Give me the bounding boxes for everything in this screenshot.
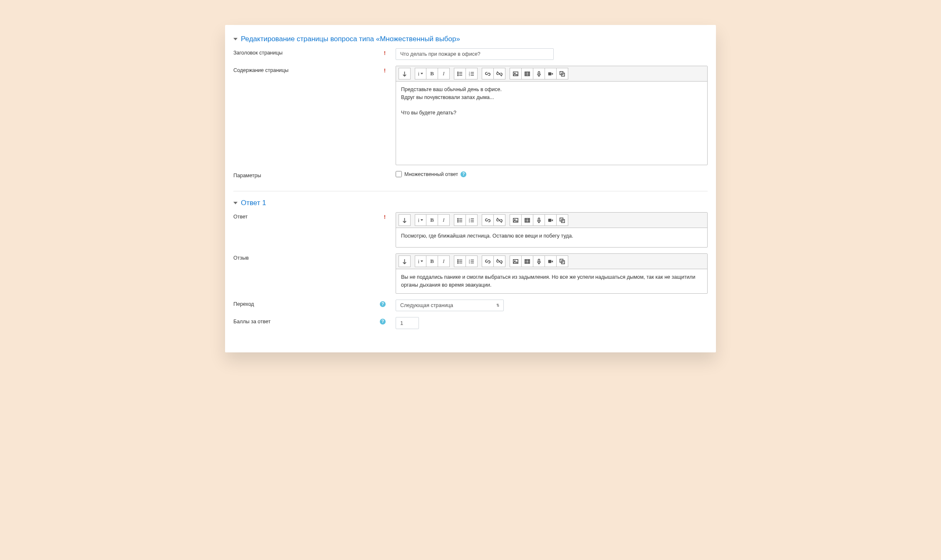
- help-icon[interactable]: ?: [461, 171, 466, 177]
- svg-point-1: [458, 73, 458, 74]
- toolbar-paragraph-button[interactable]: i: [415, 255, 426, 267]
- toolbar-mic-button[interactable]: [533, 68, 545, 79]
- toolbar-mic-button[interactable]: [533, 255, 545, 267]
- toolbar-video-button[interactable]: [545, 214, 557, 226]
- toolbar-manage-button[interactable]: [557, 214, 568, 226]
- svg-text:3: 3: [469, 221, 470, 223]
- svg-rect-19: [513, 218, 518, 222]
- toolbar-link-button[interactable]: [482, 214, 494, 226]
- row-score: Баллы за ответ ?: [233, 315, 708, 333]
- svg-rect-34: [525, 259, 530, 263]
- multi-answer-field[interactable]: Множественный ответ ?: [396, 171, 708, 177]
- toolbar-image-button[interactable]: [510, 68, 522, 79]
- divider: [233, 191, 708, 191]
- svg-rect-32: [513, 259, 518, 263]
- caret-down-icon: [233, 38, 238, 40]
- jump-label: Переход: [233, 301, 254, 307]
- page-title-label: Заголовок страницы: [233, 50, 282, 56]
- row-feedback: Отзыв i B I 123: [233, 252, 708, 298]
- toolbar-media-button[interactable]: [522, 255, 533, 267]
- toolbar-unlink-button[interactable]: [494, 255, 505, 267]
- toolbar-link-button[interactable]: [482, 68, 494, 79]
- toolbar-ol-button[interactable]: 123: [466, 68, 478, 79]
- section-answer1-toggle[interactable]: Ответ 1: [233, 199, 708, 207]
- options-label: Параметры: [233, 173, 261, 178]
- toolbar-paragraph-button[interactable]: i: [415, 214, 426, 226]
- page-content-textarea[interactable]: Представьте ваш обычный день в офисе. Вд…: [396, 82, 707, 165]
- toolbar-ul-button[interactable]: [454, 214, 466, 226]
- section-question-title: Редактирование страницы вопроса типа «Мн…: [241, 35, 460, 43]
- section-answer1-title: Ответ 1: [241, 199, 266, 207]
- toolbar-italic-button[interactable]: I: [438, 68, 450, 79]
- feedback-textarea[interactable]: Вы не поддались панике и смогли выбратьс…: [396, 269, 707, 293]
- toolbar-manage-button[interactable]: [557, 255, 568, 267]
- multi-answer-checkbox[interactable]: [396, 171, 402, 177]
- multi-answer-label: Множественный ответ: [404, 171, 458, 177]
- toolbar-expand-button[interactable]: [399, 214, 411, 226]
- toolbar-media-button[interactable]: [522, 68, 533, 79]
- toolbar-bold-button[interactable]: B: [426, 68, 438, 79]
- page-title-input[interactable]: [396, 48, 554, 60]
- svg-rect-22: [538, 218, 540, 221]
- row-page-title: Заголовок страницы !: [233, 47, 708, 64]
- feedback-label: Отзыв: [233, 255, 249, 261]
- editor-toolbar: i B I 123: [396, 254, 707, 269]
- svg-rect-21: [525, 218, 530, 222]
- svg-rect-10: [548, 72, 552, 75]
- svg-point-28: [458, 263, 458, 263]
- svg-point-2: [458, 75, 458, 76]
- section-question-toggle[interactable]: Редактирование страницы вопроса типа «Мн…: [233, 35, 708, 43]
- toolbar-italic-button[interactable]: I: [438, 214, 450, 226]
- toolbar-italic-button[interactable]: I: [438, 255, 450, 267]
- toolbar-unlink-button[interactable]: [494, 214, 505, 226]
- toolbar-ul-button[interactable]: [454, 68, 466, 79]
- toolbar-manage-button[interactable]: [557, 68, 568, 79]
- score-input[interactable]: [396, 317, 419, 329]
- toolbar-video-button[interactable]: [545, 255, 557, 267]
- answer-textarea[interactable]: Посмотрю, где ближайшая лестница. Оставл…: [396, 228, 707, 247]
- toolbar-unlink-button[interactable]: [494, 68, 505, 79]
- svg-point-26: [458, 259, 458, 260]
- svg-point-0: [458, 72, 458, 72]
- svg-rect-23: [548, 218, 552, 222]
- form-card: Редактирование страницы вопроса типа «Мн…: [225, 25, 716, 352]
- toolbar-image-button[interactable]: [510, 255, 522, 267]
- toolbar-link-button[interactable]: [482, 255, 494, 267]
- required-icon: !: [384, 214, 386, 220]
- toolbar-media-button[interactable]: [522, 214, 533, 226]
- svg-rect-9: [538, 71, 540, 74]
- section-question: Редактирование страницы вопроса типа «Мн…: [225, 31, 716, 188]
- toolbar-mic-button[interactable]: [533, 214, 545, 226]
- svg-point-15: [458, 221, 458, 222]
- help-icon[interactable]: ?: [380, 301, 386, 307]
- toolbar-image-button[interactable]: [510, 214, 522, 226]
- toolbar-ul-button[interactable]: [454, 255, 466, 267]
- toolbar-ol-button[interactable]: 123: [466, 255, 478, 267]
- toolbar-expand-button[interactable]: [399, 255, 411, 267]
- feedback-editor: i B I 123: [396, 253, 708, 294]
- row-options: Параметры Множественный ответ ?: [233, 169, 708, 183]
- editor-toolbar: i B I 123: [396, 66, 707, 82]
- toolbar-paragraph-button[interactable]: i: [415, 68, 426, 79]
- answer-editor: i B I 123: [396, 212, 708, 248]
- svg-point-14: [458, 220, 458, 221]
- svg-rect-6: [513, 72, 518, 75]
- svg-point-13: [458, 218, 458, 219]
- toolbar-bold-button[interactable]: B: [426, 214, 438, 226]
- section-answer1: Ответ 1 Ответ ! i B I: [225, 195, 716, 338]
- row-jump: Переход ? Следующая страница: [233, 298, 708, 315]
- svg-rect-8: [525, 72, 530, 75]
- jump-select[interactable]: Следующая страница: [396, 300, 504, 311]
- page-content-editor: i B I 123: [396, 66, 708, 165]
- editor-toolbar: i B I 123: [396, 213, 707, 228]
- svg-text:3: 3: [469, 74, 470, 77]
- score-label: Баллы за ответ: [233, 319, 271, 325]
- caret-down-icon: [233, 202, 238, 204]
- toolbar-video-button[interactable]: [545, 68, 557, 79]
- toolbar-ol-button[interactable]: 123: [466, 214, 478, 226]
- svg-point-27: [458, 261, 458, 262]
- toolbar-bold-button[interactable]: B: [426, 255, 438, 267]
- toolbar-expand-button[interactable]: [399, 68, 411, 79]
- required-icon: !: [384, 67, 386, 74]
- help-icon[interactable]: ?: [380, 319, 386, 325]
